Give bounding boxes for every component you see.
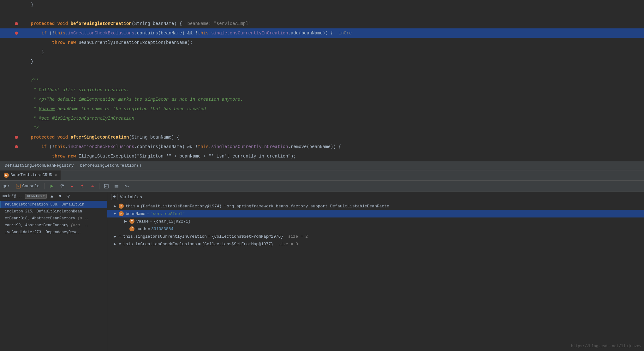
infinity-icon: ∞: [119, 234, 121, 239]
console-label: Console: [22, 184, 39, 188]
code-content: protected void afterSingletonCreation(St…: [19, 133, 644, 142]
frames-panel: main"@... RUNNING ▼ ▲ ▼ reSingletonCreat…: [0, 192, 107, 351]
variables-panel: + Variables ▶ ≡ this = {DefaultListableB…: [107, 192, 644, 351]
tab-close-button[interactable]: ✕: [55, 173, 57, 177]
breakpoint-gutter: [14, 136, 19, 139]
code-line: [0, 9, 644, 19]
debugger-icon: ▶: [4, 173, 9, 178]
frame-label: ingleton:215, DefaultSingletonBean: [5, 209, 82, 214]
variable-hash[interactable]: f hash = 331083884: [107, 225, 644, 233]
thread-status[interactable]: RUNNING ▼: [25, 194, 47, 199]
step-over-icon: [60, 184, 64, 188]
frame-item[interactable]: ingleton:215, DefaultSingletonBean: [0, 208, 107, 215]
variable-value[interactable]: ▶ f value = {char[12]@2271}: [107, 217, 644, 225]
code-line: protected void beforeSingletonCreation(S…: [0, 19, 644, 28]
expand-icon[interactable]: ▶: [112, 234, 117, 239]
code-line: protected void afterSingletonCreation(St…: [0, 133, 644, 142]
code-content: * Callback after singleton creation.: [19, 85, 644, 95]
debugger-tab-active[interactable]: ▶ BaseTest.testCRUD ✕: [0, 170, 61, 180]
code-content: if (!this.inCreationCheckExclusions.cont…: [19, 142, 644, 152]
thread-up-button[interactable]: ▲: [49, 193, 55, 199]
code-line-highlighted: if (!this.inCreationCheckExclusions.cont…: [0, 28, 644, 38]
code-content: * @see #isSingletonCurrentlyInCreation: [19, 114, 644, 123]
svg-marker-9: [92, 185, 94, 187]
expand-icon[interactable]: ▶: [112, 241, 117, 247]
code-content: }: [19, 57, 644, 66]
expand-icon[interactable]: ▶: [123, 219, 128, 224]
breakpoint-gutter: [14, 22, 19, 25]
code-line: */: [0, 123, 644, 133]
frame-label: ean:199, AbstractBeanFactory (org....: [5, 223, 89, 228]
step-out-button[interactable]: [78, 182, 86, 190]
step-out-icon: [80, 184, 84, 188]
debugger-panel: ▶ BaseTest.testCRUD ✕ ger ▶ Console: [0, 170, 644, 351]
variable-beanname[interactable]: ▼ p beanName = "serviceAImpl": [107, 210, 644, 217]
evaluate-button[interactable]: ≡: [102, 182, 111, 190]
streams-button[interactable]: [122, 182, 131, 190]
step-into-icon: [70, 184, 74, 188]
step-over-button[interactable]: [57, 182, 66, 190]
step-into-button[interactable]: [68, 182, 76, 190]
run-to-cursor-button[interactable]: [88, 182, 97, 190]
console-icon: ▶: [16, 184, 21, 188]
resume-button[interactable]: [47, 182, 56, 190]
breakpoint-dot: [15, 136, 18, 139]
code-content: }: [19, 47, 644, 57]
run-to-cursor-icon: [90, 184, 94, 188]
watermark: https://blog.csdn.net/liujunzcv: [571, 344, 641, 348]
variables-header: Variables: [120, 195, 142, 199]
thread-down-button[interactable]: ▼: [57, 193, 63, 199]
code-line: * @see #isSingletonCurrentlyInCreation: [0, 114, 644, 123]
breadcrumb-class: DefaultSingletonBeanRegistry: [5, 163, 74, 168]
svg-marker-7: [81, 184, 83, 186]
code-line: * @param beanName the name of the single…: [0, 104, 644, 114]
code-content: throw new IllegalStateException("Singlet…: [19, 152, 644, 161]
frame-label: reSingletonCreation:338, DefaultSin: [5, 202, 84, 207]
svg-text:≡: ≡: [105, 185, 107, 188]
breakpoint-gutter: [14, 145, 19, 148]
thread-filter-button[interactable]: [65, 193, 71, 199]
debugger-tab-bar: ▶ BaseTest.testCRUD ✕: [0, 170, 644, 181]
expand-icon[interactable]: ▶: [112, 204, 117, 209]
frame-item[interactable]: iveCandidate:273, DependencyDesc...: [0, 229, 107, 236]
var-type-icon: f: [129, 226, 134, 231]
code-line: * Callback after singleton creation.: [0, 85, 644, 95]
code-line: }: [0, 57, 644, 66]
code-line: /**: [0, 76, 644, 85]
code-content: protected void beforeSingletonCreation(S…: [19, 19, 644, 28]
variable-exclusions[interactable]: ▶ ∞ this.inCreationCheckExclusions = {Co…: [107, 240, 644, 248]
frame-item[interactable]: ean:199, AbstractBeanFactory (org....: [0, 222, 107, 229]
var-type-icon: ≡: [119, 204, 124, 209]
infinity-icon-2: ∞: [119, 242, 121, 247]
code-editor: } protected void beforeSingletonCreation…: [0, 0, 644, 161]
code-line: throw new IllegalStateException("Singlet…: [0, 152, 644, 161]
thread-name: main"@...: [3, 194, 23, 199]
code-content: /**: [19, 76, 644, 85]
frame-item-active[interactable]: reSingletonCreation:338, DefaultSin: [0, 201, 107, 208]
debugger-body: main"@... RUNNING ▼ ▲ ▼ reSingletonCreat…: [0, 192, 644, 351]
debugger-tab-label: BaseTest.testCRUD: [10, 173, 52, 177]
thread-selector: main"@... RUNNING ▼ ▲ ▼: [0, 192, 107, 201]
console-button[interactable]: ▶ Console: [14, 183, 42, 189]
evaluate-icon: ≡: [104, 184, 109, 188]
code-line: * <p>The default implementation marks th…: [0, 95, 644, 104]
resume-icon: [50, 184, 54, 188]
frame-item[interactable]: etBean:318, AbstractBeanFactory (o...: [0, 215, 107, 222]
frames-icon: [114, 184, 119, 188]
filter-icon: [66, 194, 70, 198]
frames-toggle-button[interactable]: [112, 182, 121, 190]
add-watch-button[interactable]: +: [111, 194, 117, 200]
debug-toolbar: ger ▶ Console: [0, 181, 644, 192]
breakpoint-gutter: [14, 32, 19, 35]
var-type-icon: f: [129, 219, 134, 224]
variable-this[interactable]: ▶ ≡ this = {DefaultListableBeanFactory@1…: [107, 202, 644, 210]
code-content: */: [19, 123, 644, 133]
breakpoint-dot: [15, 32, 18, 35]
variable-singletons-in-creation[interactable]: ▶ ∞ this.singletonsCurrentlyInCreation =…: [107, 233, 644, 240]
code-content: throw new BeanCurrentlyInCreationExcepti…: [19, 38, 644, 47]
thread-dropdown-arrow: ▼: [43, 195, 45, 198]
breakpoint-dot: [15, 145, 18, 148]
expand-icon-open[interactable]: ▼: [112, 211, 117, 216]
var-type-icon: p: [119, 211, 124, 216]
breadcrumb-separator: ›: [75, 163, 78, 168]
